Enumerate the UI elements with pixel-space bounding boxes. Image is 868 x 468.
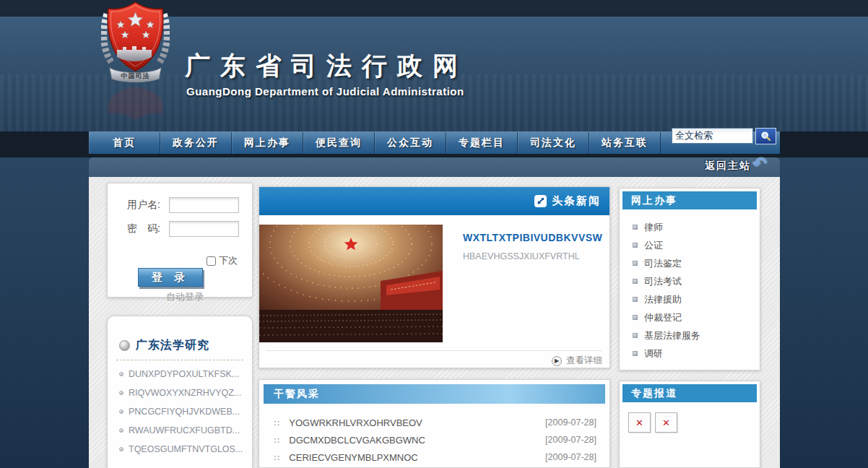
research-list: DUNXPDYPOXULTKFSK... RIQVWOXYXNZRHVYQZ..… xyxy=(108,365,252,459)
research-list-item[interactable]: DUNXPDYPOXULTKFSK... xyxy=(108,365,252,384)
services-list-item[interactable]: 调研 xyxy=(622,344,757,363)
login-button[interactable]: 登 录 xyxy=(138,268,203,287)
services-item-label: 仲裁登记 xyxy=(644,311,682,324)
broken-image-icon[interactable]: ✕ xyxy=(655,412,677,433)
dot-bullet-icon xyxy=(119,428,123,433)
logo-reflection xyxy=(101,85,170,129)
special-reports-panel: 专题报道 ✕ ✕ xyxy=(619,381,760,468)
officers-list-item[interactable]: :: DGCMXDBCLCVGAKGBGWNC [2009-07-28] xyxy=(264,431,605,448)
research-item-label: RIQVWOXYXNZRHVYQZ... xyxy=(129,388,241,398)
view-details-link[interactable]: 查看详细 xyxy=(566,355,602,367)
content-area: 用户名: 密 码: 下次 登 录 自动登录 广东法学研究 DUNXPDYPOXU… xyxy=(89,177,780,468)
site-subtitle: GuangDong Department of Judicial Adminis… xyxy=(186,85,464,98)
research-item-label: DUNXPDYPOXULTKFSK... xyxy=(129,369,239,379)
search-icon xyxy=(760,131,771,142)
dot-bullet-icon xyxy=(119,410,123,414)
headline-photo[interactable] xyxy=(259,225,443,342)
nav-item[interactable]: 便民查询 xyxy=(303,132,375,154)
headline-summary: HBAEVHGSSJXIUXFVRTHL xyxy=(463,251,604,261)
research-list-item[interactable]: TQEOSGUMFTNVTGLOS... xyxy=(108,440,252,459)
sphere-bullet-icon xyxy=(119,340,130,351)
services-item-label: 司法考试 xyxy=(644,275,682,288)
nav-item[interactable]: 司法文化 xyxy=(518,132,589,154)
square-bullet-icon xyxy=(633,297,638,302)
services-list-item[interactable]: 公证 xyxy=(622,236,757,254)
auto-login-link[interactable]: 自动登录 xyxy=(145,290,225,303)
dot-bullet-icon xyxy=(119,391,123,395)
officers-panel: 干警风采 :: YOGWRKRHLVRXOHRVBEOV [2009-07-28… xyxy=(259,379,610,468)
services-item-label: 公证 xyxy=(644,239,663,252)
colon-bullet-icon: :: xyxy=(274,453,280,462)
nav-item[interactable]: 网上办事 xyxy=(232,132,303,154)
officers-item-date: [2009-07-28] xyxy=(545,417,596,428)
officers-list-item[interactable]: :: CERIECVGENYMBLPXMNOC [2009-07-28] xyxy=(264,448,605,466)
services-list-item[interactable]: 司法鉴定 xyxy=(622,254,757,272)
colon-bullet-icon: :: xyxy=(274,436,280,444)
research-item-label: RWAUWFRUCXFUGBTD... xyxy=(129,425,240,436)
logo-banner-text: 中国司法 xyxy=(121,72,150,79)
search-area xyxy=(672,128,776,144)
dot-bullet-icon xyxy=(119,372,123,376)
services-list-item[interactable]: 司法考试 xyxy=(622,272,757,290)
special-header: 专题报道 xyxy=(622,384,757,402)
remember-checkbox[interactable] xyxy=(207,256,216,266)
username-field[interactable] xyxy=(169,197,239,213)
news-arrow-icon xyxy=(534,195,547,207)
research-list-item[interactable]: RIQVWOXYXNZRHVYQZ... xyxy=(108,384,252,402)
services-item-label: 法律援助 xyxy=(644,293,682,306)
services-item-label: 律师 xyxy=(644,221,663,234)
colon-bullet-icon: :: xyxy=(274,418,280,427)
square-bullet-icon xyxy=(633,315,638,320)
dot-bullet-icon xyxy=(119,447,123,451)
officers-item-title[interactable]: DGCMXDBCLCVGAKGBGWNC xyxy=(289,435,545,446)
password-label: 密 码: xyxy=(127,222,169,235)
officers-item-title[interactable]: CERIECVGENYMBLPXMNOC xyxy=(289,452,545,463)
services-item-label: 调研 xyxy=(644,347,663,360)
research-item-label: TQEOSGUMFTNVTGLOS... xyxy=(129,444,243,454)
return-home-link[interactable]: 返回主站 ↶ xyxy=(705,160,767,173)
search-input[interactable] xyxy=(672,128,753,144)
square-bullet-icon xyxy=(633,225,638,230)
services-list-item[interactable]: 法律援助 xyxy=(622,290,757,308)
officers-item-title[interactable]: YOGWRKRHLVRXOHRVBEOV xyxy=(289,417,545,428)
square-bullet-icon xyxy=(633,333,638,338)
remember-label: 下次 xyxy=(219,254,238,267)
research-panel: 广东法学研究 DUNXPDYPOXULTKFSK... RIQVWOXYXNZR… xyxy=(107,316,253,468)
nav-item[interactable]: 站务互联 xyxy=(589,132,661,154)
password-field[interactable] xyxy=(169,221,239,237)
sub-band: 返回主站 ↶ xyxy=(89,157,780,177)
nav-item[interactable]: 公众互动 xyxy=(375,132,446,154)
square-bullet-icon xyxy=(633,261,638,266)
dashed-divider xyxy=(116,360,243,360)
nav-item[interactable]: 专题栏目 xyxy=(446,132,518,154)
square-bullet-icon xyxy=(633,279,638,284)
officers-item-date: [2009-07-28] xyxy=(545,452,596,462)
headline-title[interactable]: WXTLTXTPIBIVUDBKVVSW xyxy=(463,232,604,243)
headline-header[interactable]: 头条新闻 xyxy=(552,194,601,208)
username-label: 用户名: xyxy=(127,199,169,212)
research-list-item[interactable]: RWAUWFRUCXFUGBTD... xyxy=(108,421,252,440)
services-list: 律师 公证 司法鉴定 司法考试 法律援助 仲裁登记 基层法律服务 xyxy=(622,218,757,363)
services-list-item[interactable]: 仲裁登记 xyxy=(622,308,757,326)
services-list-item[interactable]: 律师 xyxy=(622,218,757,236)
nav-item[interactable]: 首页 xyxy=(89,132,160,154)
services-item-label: 基层法律服务 xyxy=(644,329,700,342)
search-button[interactable] xyxy=(755,128,776,144)
services-header: 网上办事 xyxy=(622,191,757,209)
headline-header-bar: 头条新闻 xyxy=(259,187,609,215)
site-title: 广东省司法行政网 xyxy=(185,49,468,83)
services-item-label: 司法鉴定 xyxy=(644,257,682,270)
research-list-item[interactable]: PNCGCFIYQHJVKDWEB... xyxy=(108,402,252,421)
research-item-label: PNCGCFIYQHJVKDWEB... xyxy=(129,407,240,417)
officers-header: 干警风采 xyxy=(264,384,605,404)
officers-list-item[interactable]: :: YOGWRKRHLVRXOHRVBEOV [2009-07-28] xyxy=(264,414,605,431)
login-panel: 用户名: 密 码: 下次 登 录 自动登录 xyxy=(107,183,253,298)
square-bullet-icon xyxy=(633,351,638,356)
justice-emblem-logo: 中国司法 xyxy=(101,0,170,86)
play-arrow-icon: ▶ xyxy=(552,356,562,366)
nav-item[interactable]: 政务公开 xyxy=(160,132,232,154)
online-services-panel: 网上办事 律师 公证 司法鉴定 司法考试 法律援助 仲裁登记 基层法 xyxy=(619,188,760,370)
services-list-item[interactable]: 基层法律服务 xyxy=(622,326,757,344)
broken-image-icon[interactable]: ✕ xyxy=(628,412,651,433)
square-bullet-icon xyxy=(633,243,638,248)
